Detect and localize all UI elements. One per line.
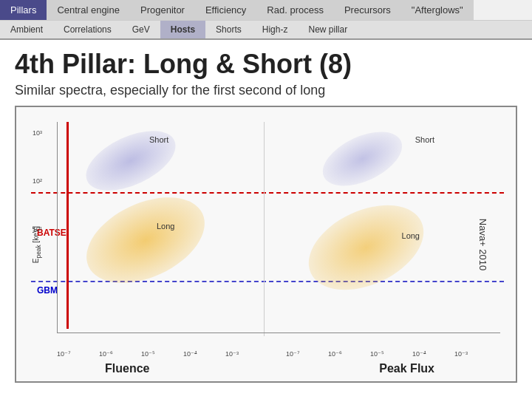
nav-row1: Pillars Central engine Progenitor Effici… — [0, 0, 532, 21]
nav2-high-z[interactable]: High-z — [252, 21, 299, 38]
chart-bottom-axis — [57, 332, 500, 333]
blob-long-right — [296, 188, 437, 307]
peak-flux-label: Peak Flux — [379, 362, 434, 375]
nav2-ambient[interactable]: Ambient — [0, 21, 53, 38]
nav-precursors[interactable]: Precursors — [334, 0, 401, 20]
long-label-right: Long — [402, 231, 420, 240]
nav-central-engine[interactable]: Central engine — [47, 0, 130, 20]
nav-progenitor[interactable]: Progenitor — [130, 0, 195, 20]
dashed-red-top — [31, 192, 504, 194]
long-label-left: Long — [157, 222, 174, 231]
y-axis-ticks: 10³ 10² 10¹ — [33, 129, 42, 233]
blob-short-left — [77, 119, 184, 203]
y-tick: 10² — [33, 177, 42, 185]
x-axis-right: 10⁻⁷ 10⁻⁶ 10⁻⁵ 10⁻⁴ 10⁻³ — [286, 350, 468, 358]
chart-divider — [264, 122, 265, 336]
chart-container: Epeak [keV] BATSE GBM Short Long Short L… — [15, 106, 517, 383]
chart-area: Epeak [keV] BATSE GBM Short Long Short L… — [16, 107, 516, 381]
vertical-red-line — [66, 122, 69, 329]
chart-left-axis — [57, 122, 58, 332]
x-tick: 10⁻⁶ — [99, 350, 113, 358]
x-tick: 10⁻⁴ — [412, 350, 426, 358]
fluence-label: Fluence — [105, 362, 149, 375]
x-tick: 10⁻⁵ — [370, 350, 384, 358]
x-axis-left: 10⁻⁷ 10⁻⁶ 10⁻⁵ 10⁻⁴ 10⁻³ — [57, 350, 239, 358]
slide-subtitle: Similar spectra, especially for the firs… — [0, 83, 532, 106]
y-tick: 10¹ — [33, 225, 42, 233]
nav2-gev[interactable]: GeV — [122, 21, 160, 38]
dashed-blue-bottom — [31, 281, 504, 282]
y-tick: 10³ — [33, 129, 42, 137]
nav-pillars[interactable]: Pillars — [0, 0, 47, 20]
blob-short-right — [315, 121, 411, 197]
x-tick: 10⁻⁷ — [57, 350, 71, 358]
nav2-hosts[interactable]: Hosts — [160, 21, 205, 38]
x-tick: 10⁻³ — [225, 350, 239, 358]
x-tick: 10⁻³ — [454, 350, 468, 358]
slide-title: 4th Pillar: Long & Short (8) — [0, 40, 532, 83]
short-label-right: Short — [415, 135, 434, 144]
nav2-shorts[interactable]: Shorts — [205, 21, 252, 38]
x-tick: 10⁻⁷ — [286, 350, 300, 358]
nav-rad-process[interactable]: Rad. process — [256, 0, 334, 20]
nav-row2: Ambient Correlations GeV Hosts Shorts Hi… — [0, 21, 532, 40]
nav2-correlations[interactable]: Correlations — [53, 21, 122, 38]
nav2-new-pillar[interactable]: New pillar — [298, 21, 358, 38]
x-tick: 10⁻⁵ — [141, 350, 155, 358]
nav-afterglows[interactable]: "Afterglows" — [401, 0, 474, 20]
short-label-left: Short — [149, 135, 168, 144]
x-tick: 10⁻⁴ — [183, 350, 197, 358]
x-tick: 10⁻⁶ — [328, 350, 342, 358]
nav-efficiency[interactable]: Efficiency — [195, 0, 256, 20]
nava-label: Nava+ 2010 — [477, 218, 488, 270]
gbm-label: GBM — [37, 285, 58, 296]
